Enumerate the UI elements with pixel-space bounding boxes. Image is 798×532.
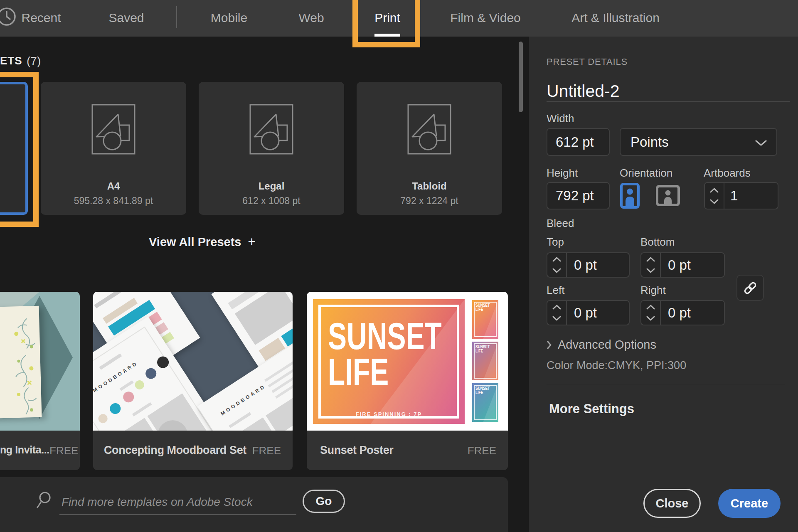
preset-card-tabloid[interactable]: Tabloid 792 x 1224 pt — [357, 82, 502, 215]
height-label: Height — [547, 167, 578, 180]
wireframe-block — [268, 358, 293, 387]
bleed-left-stepper[interactable]: 0 pt — [547, 300, 630, 325]
bleed-bottom-label: Bottom — [640, 236, 675, 249]
chevron-up-icon — [646, 305, 655, 310]
artboards-stepper[interactable]: 1 — [704, 182, 778, 209]
width-label: Width — [547, 112, 574, 125]
close-button[interactable]: Close — [643, 489, 701, 518]
template-thumbnail: SUNSETLIFE FIRE SPINNING : 7P SUNSETLIFE… — [307, 292, 508, 431]
template-search-bar: Find more templates on Adobe Stock Go — [0, 477, 508, 532]
create-button[interactable]: Create — [718, 489, 781, 518]
bleed-bottom-value: 0 pt — [661, 253, 724, 277]
bleed-top-stepper[interactable]: 0 pt — [547, 252, 630, 278]
bleed-top-value: 0 pt — [567, 253, 629, 277]
stepper-buttons[interactable] — [641, 301, 661, 325]
artboards-label: Artboards — [704, 167, 751, 180]
preset-card-legal[interactable]: Legal 612 x 1008 pt — [199, 82, 344, 215]
bleed-left-value: 0 pt — [567, 301, 629, 325]
bleed-right-label: Right — [640, 284, 666, 297]
moodboard-word: MOODBOARD — [219, 383, 267, 417]
advanced-options-label: Advanced Options — [558, 338, 656, 352]
scrollbar-thumb[interactable] — [519, 42, 523, 112]
document-preset-icon — [406, 103, 452, 155]
field-value: 612 pt — [547, 134, 594, 150]
tab-saved[interactable]: Saved — [108, 11, 144, 25]
tab-divider — [176, 6, 177, 28]
template-price: FREE — [468, 444, 496, 457]
mini-poster-title: SUNSETLIFE — [475, 345, 490, 353]
mini-poster-title: SUNSETLIFE — [475, 387, 490, 395]
chevron-up-icon — [710, 188, 719, 193]
poster-title-text: SUNSETLIFE — [328, 318, 442, 390]
divider — [547, 385, 785, 385]
new-document-dialog: Recent Saved Mobile Web Print Film & Vid… — [0, 0, 798, 532]
template-thumbnail — [0, 292, 80, 431]
template-card-wedding-invitation[interactable]: ng Invita... FREE — [0, 292, 80, 470]
sunset-mini-poster: SUNSETLIFE — [472, 342, 498, 380]
mini-poster-title: SUNSETLIFE — [475, 303, 490, 312]
more-settings-link[interactable]: More Settings — [549, 401, 634, 416]
document-preset-icon — [91, 103, 136, 155]
template-title: Concepting Moodboard Set — [104, 444, 246, 457]
preset-card-a4[interactable]: A4 595.28 x 841.89 pt — [41, 82, 186, 215]
preset-name: A4 — [41, 180, 186, 192]
stepper-buttons[interactable] — [641, 253, 661, 277]
template-price: FREE — [252, 444, 281, 457]
template-title: Sunset Poster — [320, 444, 393, 457]
clock-icon — [0, 7, 17, 26]
view-all-presets-button[interactable]: View All Presets+ — [149, 234, 256, 249]
search-underline — [59, 514, 296, 515]
bleed-label: Bleed — [547, 217, 574, 230]
document-name-input[interactable]: Untitled-2 — [547, 81, 619, 101]
bleed-right-value: 0 pt — [661, 301, 724, 325]
template-card-concepting-moodboard[interactable]: MOODBOARD MOODBOARD — [93, 292, 293, 470]
bleed-top-label: Top — [547, 236, 564, 249]
search-input[interactable]: Find more templates on Adobe Stock — [62, 495, 253, 509]
template-price: FREE — [49, 444, 78, 457]
sunset-poster-caption: FIRE SPINNING : 7P — [313, 411, 465, 417]
link-icon — [742, 280, 758, 296]
bleed-right-stepper[interactable]: 0 pt — [640, 300, 725, 325]
bleed-bottom-stepper[interactable]: 0 pt — [640, 252, 725, 278]
preset-dimensions: 612 x 1008 pt — [199, 195, 344, 207]
presets-heading-text: ETS — [0, 54, 22, 67]
panel-heading: PRESET DETAILS — [547, 57, 628, 67]
search-icon — [36, 491, 53, 511]
tab-film-video[interactable]: Film & Video — [450, 11, 521, 25]
stepper-buttons[interactable] — [547, 253, 567, 277]
units-select[interactable]: Points — [620, 128, 777, 156]
preset-dimensions: 595.28 x 841.89 pt — [41, 195, 186, 207]
height-field[interactable]: 792 pt — [547, 182, 610, 209]
tab-mobile[interactable]: Mobile — [211, 11, 247, 25]
stepper-buttons[interactable] — [547, 301, 567, 325]
orientation-landscape-button[interactable] — [656, 185, 680, 206]
preset-name: Legal — [199, 180, 344, 192]
chevron-down-icon — [552, 316, 561, 321]
chevron-up-icon — [552, 257, 561, 262]
floral-pattern-art — [0, 306, 42, 419]
stepper-buttons[interactable] — [705, 183, 724, 209]
color-mode-summary: Color Mode:CMYK, PPI:300 — [547, 359, 686, 372]
document-preset-icon — [249, 103, 294, 155]
tab-art-illustration[interactable]: Art & Illustration — [571, 11, 660, 25]
bleed-left-label: Left — [547, 284, 564, 297]
width-field[interactable]: 612 pt — [547, 128, 610, 156]
wireframe-block — [229, 412, 251, 429]
tab-web[interactable]: Web — [298, 11, 324, 25]
link-bleed-values-button[interactable] — [736, 275, 764, 301]
sunset-mini-poster: SUNSETLIFE — [472, 383, 498, 422]
presets-heading-count: (7) — [27, 54, 41, 68]
chevron-up-icon — [552, 305, 561, 310]
orientation-portrait-button[interactable] — [620, 183, 640, 209]
annotation-box-selected-preset — [0, 72, 39, 227]
template-footer: ng Invita... FREE — [0, 431, 80, 470]
tab-recent[interactable]: Recent — [21, 11, 61, 25]
chevron-right-icon — [547, 340, 552, 350]
go-button[interactable]: Go — [303, 490, 345, 513]
template-footer: Concepting Moodboard Set FREE — [93, 431, 293, 470]
field-value: 792 pt — [547, 188, 594, 204]
template-card-sunset-poster[interactable]: SUNSETLIFE FIRE SPINNING : 7P SUNSETLIFE… — [307, 292, 508, 470]
advanced-options-toggle[interactable]: Advanced Options — [547, 338, 656, 352]
chevron-down-icon — [710, 199, 719, 204]
preset-dimensions: 792 x 1224 pt — [357, 195, 502, 207]
